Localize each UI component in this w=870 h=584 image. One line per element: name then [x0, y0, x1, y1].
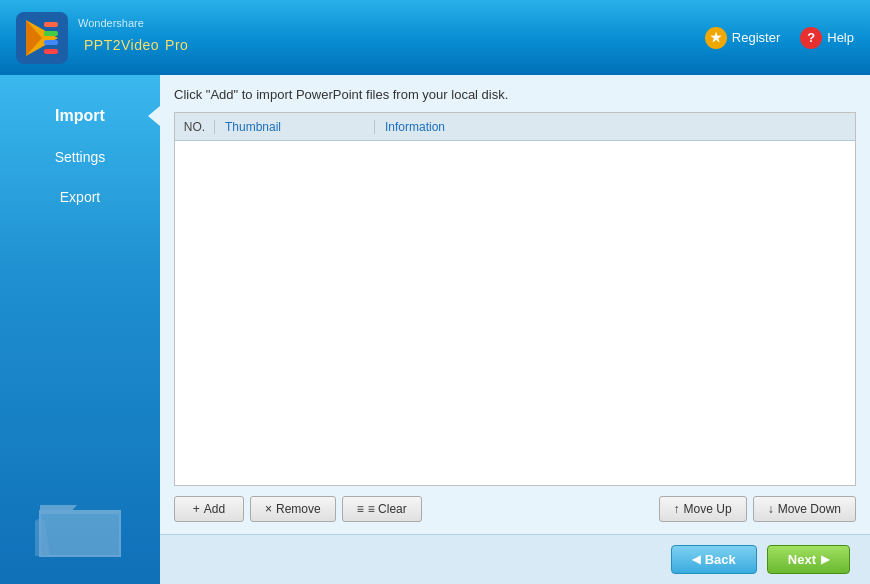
next-arrow-icon: ▶: [821, 553, 829, 566]
help-label: Help: [827, 30, 854, 45]
app-header: Wondershare PPT2VideoPro ★ Register ? He…: [0, 0, 870, 75]
sidebar-item-import[interactable]: Import: [0, 95, 160, 137]
remove-icon: ×: [265, 502, 272, 516]
sidebar-item-import-label: Import: [55, 107, 105, 124]
move-down-icon: ↓: [768, 502, 774, 516]
help-icon: ?: [800, 27, 822, 49]
company-name: Wondershare: [78, 17, 188, 29]
app-logo: Wondershare PPT2VideoPro: [16, 12, 188, 64]
svg-rect-4: [44, 31, 58, 36]
app-name: PPT2VideoPro: [78, 29, 188, 58]
sidebar-item-settings[interactable]: Settings: [0, 137, 160, 177]
clear-button[interactable]: ≡ ≡ Clear: [342, 496, 422, 522]
move-up-button[interactable]: ↑ Move Up: [659, 496, 747, 522]
next-button[interactable]: Next ▶: [767, 545, 850, 574]
add-label: Add: [204, 502, 225, 516]
svg-rect-6: [44, 49, 58, 54]
sidebar-folder-icon-area: [35, 491, 125, 564]
remove-button[interactable]: × Remove: [250, 496, 336, 522]
content-hint: Click "Add" to import PowerPoint files f…: [174, 87, 856, 102]
next-label: Next: [788, 552, 816, 567]
content-area: Click "Add" to import PowerPoint files f…: [160, 75, 870, 584]
action-buttons: + Add × Remove ≡ ≡ Clear ↑ Move Up ↓: [174, 496, 856, 522]
remove-label: Remove: [276, 502, 321, 516]
col-no: NO.: [175, 120, 215, 134]
table-body[interactable]: [175, 141, 855, 485]
main-layout: Import Settings Export Click "Add" to im…: [0, 75, 870, 584]
move-down-button[interactable]: ↓ Move Down: [753, 496, 856, 522]
help-button[interactable]: ? Help: [800, 27, 854, 49]
back-arrow-icon: ◀: [692, 553, 700, 566]
clear-label: ≡ Clear: [368, 502, 407, 516]
move-up-icon: ↑: [674, 502, 680, 516]
move-up-label: Move Up: [684, 502, 732, 516]
table-header: NO. Thumbnail Information: [175, 113, 855, 141]
col-thumbnail: Thumbnail: [215, 120, 375, 134]
sidebar-item-export[interactable]: Export: [0, 177, 160, 217]
nav-footer: ◀ Back Next ▶: [160, 534, 870, 584]
register-label: Register: [732, 30, 780, 45]
file-table: NO. Thumbnail Information: [174, 112, 856, 486]
add-button[interactable]: + Add: [174, 496, 244, 522]
logo-text: Wondershare PPT2VideoPro: [78, 17, 188, 58]
back-label: Back: [705, 552, 736, 567]
svg-rect-3: [44, 22, 58, 27]
clear-icon: ≡: [357, 502, 364, 516]
register-icon: ★: [705, 27, 727, 49]
register-button[interactable]: ★ Register: [705, 27, 780, 49]
content: Click "Add" to import PowerPoint files f…: [160, 75, 870, 534]
move-down-label: Move Down: [778, 502, 841, 516]
svg-rect-5: [44, 40, 58, 45]
add-icon: +: [193, 502, 200, 516]
back-button[interactable]: ◀ Back: [671, 545, 757, 574]
sidebar: Import Settings Export: [0, 75, 160, 584]
sidebar-item-export-label: Export: [60, 189, 100, 205]
sidebar-item-settings-label: Settings: [55, 149, 106, 165]
col-information: Information: [375, 120, 855, 134]
logo-icon: [16, 12, 68, 64]
header-actions: ★ Register ? Help: [705, 27, 854, 49]
folder-icon: [35, 491, 125, 561]
